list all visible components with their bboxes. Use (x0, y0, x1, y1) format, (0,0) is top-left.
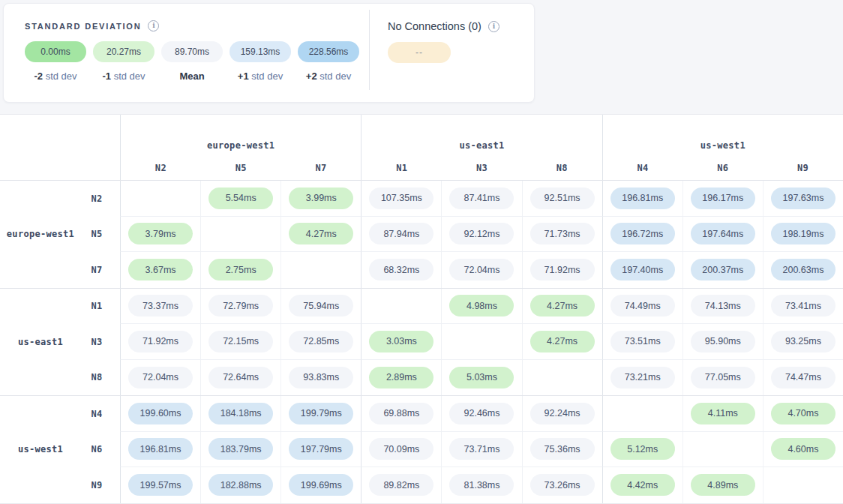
info-icon[interactable]: i (488, 21, 500, 32)
latency-pill[interactable]: 71.92ms (128, 331, 193, 352)
latency-pill[interactable]: 4.27ms (530, 295, 595, 316)
latency-pill[interactable]: 4.98ms (449, 295, 514, 316)
latency-pill[interactable]: 72.04ms (449, 259, 514, 280)
latency-pill[interactable]: 199.60ms (128, 403, 193, 424)
latency-pill[interactable]: 72.64ms (208, 367, 273, 388)
latency-pill[interactable]: 71.73ms (530, 223, 595, 244)
latency-pill[interactable]: 196.72ms (610, 223, 675, 244)
latency-pill[interactable]: 92.51ms (530, 188, 595, 209)
latency-pill[interactable]: 72.15ms (208, 331, 273, 352)
latency-pill[interactable]: 196.81ms (610, 188, 675, 209)
latency-cell: 74.47ms (763, 360, 843, 396)
latency-pill[interactable]: 93.83ms (289, 367, 353, 388)
latency-cell: 87.94ms (361, 217, 441, 253)
latency-pill[interactable]: 72.85ms (289, 331, 353, 352)
latency-pill[interactable]: 197.40ms (610, 259, 675, 280)
latency-pill[interactable]: 89.82ms (369, 474, 434, 496)
latency-pill[interactable]: 4.27ms (530, 331, 595, 352)
latency-cell (361, 289, 441, 325)
latency-cell (522, 360, 602, 396)
latency-pill[interactable]: 72.79ms (208, 295, 273, 316)
latency-pill[interactable]: 4.70ms (771, 403, 836, 424)
column-region-label: us-east1 (362, 140, 602, 151)
latency-pill[interactable]: 68.32ms (369, 259, 434, 280)
latency-pill[interactable]: 75.94ms (289, 295, 353, 316)
latency-pill[interactable]: 92.46ms (449, 403, 514, 424)
latency-pill[interactable]: 196.81ms (128, 438, 193, 460)
latency-cell: 4.27ms (280, 217, 361, 253)
latency-cell: 95.90ms (682, 324, 763, 360)
latency-pill[interactable]: 4.11ms (691, 403, 755, 424)
latency-pill[interactable]: 182.88ms (208, 474, 273, 496)
latency-pill[interactable]: 4.89ms (691, 474, 755, 496)
latency-pill[interactable]: 73.21ms (610, 367, 675, 388)
latency-pill[interactable]: 71.92ms (530, 259, 595, 280)
row-node-label: N4 (81, 409, 112, 419)
latency-pill[interactable]: 75.36ms (530, 438, 595, 460)
latency-pill[interactable]: 198.19ms (771, 223, 836, 244)
latency-pill[interactable]: 4.42ms (610, 474, 675, 496)
latency-pill[interactable]: 73.37ms (128, 295, 193, 316)
latency-pill[interactable]: 184.18ms (208, 403, 273, 424)
std-dev-legend: STANDARD DEVIATION i 0.00ms20.27ms89.70m… (4, 4, 359, 102)
latency-pill[interactable]: 92.12ms (449, 223, 514, 244)
column-node-label: N9 (763, 163, 843, 173)
latency-pill[interactable]: 74.49ms (610, 295, 675, 316)
latency-pill[interactable]: 93.25ms (771, 331, 836, 352)
latency-pill[interactable]: 197.79ms (289, 438, 353, 460)
table-row: us-east1N371.92ms72.15ms72.85ms3.03ms4.2… (0, 324, 843, 360)
info-icon[interactable]: i (148, 20, 159, 32)
latency-pill[interactable]: 73.51ms (610, 331, 675, 352)
latency-pill[interactable]: 3.79ms (128, 223, 193, 244)
latency-pill[interactable]: 197.64ms (691, 223, 755, 244)
latency-pill[interactable]: 74.13ms (691, 295, 755, 316)
latency-pill[interactable]: 199.79ms (289, 403, 353, 424)
latency-pill[interactable]: 199.69ms (289, 474, 353, 496)
latency-cell: 74.49ms (602, 289, 682, 325)
latency-pill[interactable]: 73.26ms (530, 474, 595, 496)
row-node-label: N3 (81, 337, 112, 347)
latency-pill[interactable]: 200.37ms (691, 259, 755, 280)
column-node-label: N4 (603, 163, 683, 173)
row-node-label: N7 (81, 265, 112, 275)
latency-pill[interactable]: 4.60ms (771, 438, 836, 460)
latency-pill[interactable]: 4.27ms (289, 223, 353, 244)
latency-pill[interactable]: 87.94ms (369, 223, 434, 244)
latency-pill[interactable]: 5.54ms (208, 188, 273, 209)
latency-pill[interactable]: 81.38ms (449, 474, 514, 496)
latency-cell: 93.83ms (280, 360, 361, 396)
latency-pill[interactable]: 77.05ms (691, 367, 755, 388)
latency-pill[interactable]: 200.63ms (771, 259, 836, 280)
latency-pill[interactable]: 5.03ms (449, 367, 514, 388)
latency-pill[interactable]: 107.35ms (369, 188, 434, 209)
latency-pill[interactable]: 2.89ms (369, 367, 434, 388)
latency-pill[interactable]: 92.24ms (530, 403, 595, 424)
matrix-body: N25.54ms3.99ms107.35ms87.41ms92.51ms196.… (0, 181, 843, 503)
latency-pill[interactable]: 2.75ms (208, 259, 273, 280)
column-region-label: us-west1 (603, 140, 843, 151)
latency-pill[interactable]: 95.90ms (691, 331, 755, 352)
latency-pill[interactable]: 197.63ms (771, 188, 836, 209)
latency-pill[interactable]: 5.12ms (610, 438, 675, 460)
row-label-cell: N4 (0, 396, 120, 432)
latency-pill[interactable]: 72.04ms (128, 367, 193, 388)
latency-pill[interactable]: 196.17ms (691, 188, 755, 209)
table-row: N4199.60ms184.18ms199.79ms69.88ms92.46ms… (0, 396, 843, 432)
latency-pill[interactable]: 87.41ms (449, 188, 514, 209)
latency-pill[interactable]: 199.57ms (128, 474, 193, 496)
latency-cell: 199.79ms (280, 396, 361, 432)
latency-pill[interactable]: 3.67ms (128, 259, 193, 280)
table-row: N25.54ms3.99ms107.35ms87.41ms92.51ms196.… (0, 181, 843, 217)
latency-pill[interactable]: 3.99ms (289, 188, 353, 209)
row-node-label: N9 (81, 480, 112, 490)
latency-pill[interactable]: 183.79ms (208, 438, 273, 460)
row-node-label: N5 (81, 229, 112, 239)
table-row: europe-west1N53.79ms4.27ms87.94ms92.12ms… (0, 217, 843, 253)
header-region-group: europe-west1N2N5N7 (120, 115, 361, 180)
latency-pill[interactable]: 69.88ms (369, 403, 434, 424)
latency-pill[interactable]: 3.03ms (369, 331, 434, 352)
latency-pill[interactable]: 73.71ms (449, 438, 514, 460)
latency-pill[interactable]: 74.47ms (771, 367, 836, 388)
latency-pill[interactable]: 70.09ms (369, 438, 434, 460)
latency-pill[interactable]: 73.41ms (771, 295, 836, 316)
